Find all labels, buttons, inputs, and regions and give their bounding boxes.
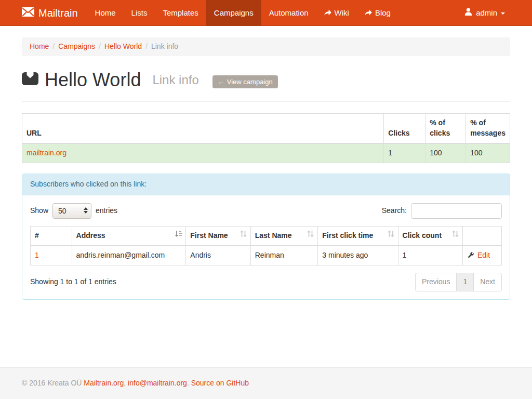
- nav-label: Automation: [269, 7, 309, 18]
- chevron-down-icon: [501, 12, 505, 15]
- source-github-link[interactable]: Source on GitHub: [191, 379, 249, 387]
- breadcrumb-separator: /: [145, 42, 148, 50]
- footer-separator: .: [187, 379, 189, 387]
- view-campaign-label: View campaign: [227, 78, 273, 86]
- user-menu-admin[interactable]: admin: [459, 0, 510, 26]
- forward-arrow-icon: [365, 7, 372, 18]
- sort-both-icon: [307, 230, 314, 241]
- sort-both-icon: [240, 230, 247, 241]
- table-row: 1 andris.reinman@gmail.com Andris Reinma…: [31, 246, 502, 265]
- col-first-name[interactable]: First Name: [186, 227, 250, 246]
- page-title: Hello World Link info ← View campaign: [22, 66, 278, 93]
- view-campaign-button[interactable]: ← View campaign: [212, 75, 278, 88]
- show-label: Show: [30, 206, 48, 216]
- cell-first-name: Andris: [186, 246, 250, 265]
- links-table: URL Clicks % of clicks % of messages mai…: [22, 113, 510, 163]
- nav-item-automation[interactable]: Automation: [261, 0, 316, 26]
- col-pct-clicks: % of clicks: [425, 114, 466, 143]
- col-first-click-time[interactable]: First click time: [318, 227, 398, 246]
- breadcrumb: Home/Campaigns/Hello World/Link info: [22, 37, 510, 56]
- panel-body: Show 50 entries Search:: [22, 195, 510, 299]
- campaign-name: Hello World: [45, 66, 141, 93]
- inbox-icon: [22, 66, 38, 93]
- nav-label: Blog: [375, 7, 391, 18]
- breadcrumb-home[interactable]: Home: [30, 42, 49, 50]
- page-length-control: Show 50 entries: [30, 203, 117, 219]
- col-last-name[interactable]: Last Name: [250, 227, 318, 246]
- nav-item-wiki[interactable]: Wiki: [316, 0, 357, 26]
- page-header: Hello World Link info ← View campaign: [22, 66, 510, 102]
- breadcrumb-separator: /: [52, 42, 55, 50]
- col-clicks: Clicks: [384, 114, 425, 143]
- search-input[interactable]: [411, 203, 502, 219]
- nav-label: Campaigns: [214, 7, 254, 18]
- subscribers-panel: Subscribers who clicked on this link: Sh…: [22, 174, 510, 300]
- breadcrumb-separator: /: [99, 42, 101, 50]
- col-pct-messages: % of messages: [466, 114, 510, 143]
- nav-item-blog[interactable]: Blog: [357, 0, 398, 26]
- pagination: Previous 1 Next: [415, 273, 502, 291]
- brand-mailtrain[interactable]: Mailtrain: [22, 0, 87, 26]
- search-control: Search:: [382, 203, 502, 219]
- pagination-previous[interactable]: Previous: [415, 273, 457, 291]
- cell-pct-messages: 100: [466, 143, 510, 163]
- search-label: Search:: [382, 206, 407, 216]
- sort-both-icon: [451, 230, 459, 241]
- nav-label: Home: [95, 7, 116, 18]
- page-length-select[interactable]: 50: [52, 203, 91, 219]
- user-icon: [464, 7, 472, 18]
- entries-info: Showing 1 to 1 of 1 entries: [30, 273, 116, 287]
- sort-asc-icon: [175, 230, 182, 241]
- mailtrain-org-link[interactable]: Mailtrain.org: [84, 379, 124, 387]
- cell-address: andris.reinman@gmail.com: [72, 246, 186, 265]
- cell-click-count: 1: [398, 246, 462, 265]
- left-arrow-icon: ←: [218, 78, 224, 86]
- table-row: mailtrain.org 1 100 100: [22, 143, 510, 163]
- envelope-icon: [22, 6, 34, 21]
- breadcrumb-campaigns[interactable]: Campaigns: [58, 42, 95, 50]
- nav-item-home[interactable]: Home: [87, 0, 124, 26]
- col-address[interactable]: Address: [72, 227, 186, 246]
- col-index[interactable]: #: [31, 227, 72, 246]
- breadcrumb-hello-world[interactable]: Hello World: [104, 42, 142, 50]
- nav-label: Templates: [163, 7, 198, 18]
- nav-label: Wiki: [335, 7, 349, 18]
- cell-last-name: Reinman: [250, 246, 318, 265]
- cell-clicks: 1: [384, 143, 425, 163]
- panel-title: Subscribers who clicked on this link:: [22, 174, 510, 195]
- cell-first-click: 3 minutes ago: [318, 246, 398, 265]
- pagination-page-1[interactable]: 1: [456, 273, 474, 291]
- breadcrumb-current: Link info: [151, 42, 178, 50]
- top-navbar: Mailtrain Home Lists Templates Campaigns…: [0, 0, 532, 26]
- nav-spacer: [398, 0, 459, 26]
- nav-item-lists[interactable]: Lists: [124, 0, 155, 26]
- col-click-count[interactable]: Click count: [398, 227, 462, 246]
- cell-pct-clicks: 100: [425, 143, 466, 163]
- subscribers-table: # Address: [30, 226, 502, 265]
- links-table-header-row: URL Clicks % of clicks % of messages: [22, 114, 510, 143]
- subscribers-header-row: # Address: [31, 227, 502, 246]
- page-subtitle: Link info: [152, 71, 198, 89]
- sort-both-icon: [387, 230, 395, 241]
- link-url[interactable]: mailtrain.org: [26, 149, 66, 157]
- nav-item-campaigns[interactable]: Campaigns: [206, 0, 261, 26]
- edit-link[interactable]: Edit: [477, 251, 490, 259]
- nav-label: Lists: [131, 7, 148, 18]
- page-footer: © 2016 Kreata OÜ Mailtrain.org, info@mai…: [0, 367, 532, 399]
- col-url: URL: [22, 114, 384, 143]
- wrench-icon: [467, 251, 477, 259]
- nav-item-templates[interactable]: Templates: [155, 0, 206, 26]
- email-link[interactable]: info@mailtrain.org: [128, 379, 187, 387]
- main-nav: Home Lists Templates Campaigns Automatio…: [87, 0, 398, 26]
- forward-arrow-icon: [324, 7, 331, 18]
- copyright-text: © 2016 Kreata OÜ: [22, 379, 82, 387]
- datatable-controls: Show 50 entries Search:: [30, 203, 502, 219]
- datatable-footer: Showing 1 to 1 of 1 entries Previous 1 N…: [30, 273, 502, 291]
- col-actions: [463, 227, 502, 246]
- footer-separator: ,: [124, 379, 126, 387]
- brand-label: Mailtrain: [38, 6, 78, 21]
- entries-label: entries: [96, 206, 117, 216]
- subscriber-index-link[interactable]: 1: [35, 251, 39, 259]
- pagination-next[interactable]: Next: [473, 273, 502, 291]
- user-name: admin: [476, 7, 497, 18]
